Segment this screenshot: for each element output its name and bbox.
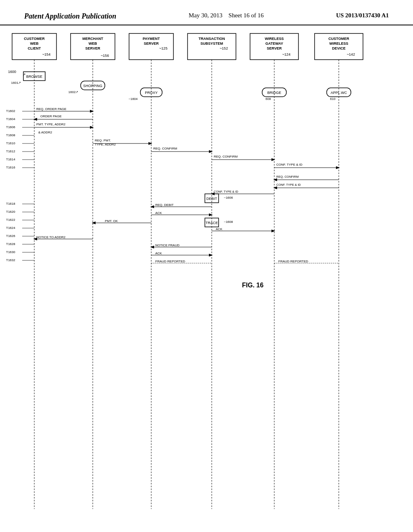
svg-text:T1602: T1602 [6,109,15,113]
patent-title: Patent Application Publication [24,12,116,21]
svg-text:GATEWAY: GATEWAY [265,42,283,46]
svg-text:REQ. DEBIT: REQ. DEBIT [155,203,173,207]
svg-text:T1604: T1604 [6,117,15,121]
svg-text:TYPE, ADDR2: TYPE, ADDR2 [95,143,116,146]
svg-text:NOTICE TO ADDR2: NOTICE TO ADDR2 [36,235,66,239]
svg-text:~1606: ~1606 [224,196,233,200]
svg-text:ORDER PAGE: ORDER PAGE [40,114,62,118]
svg-text:CONF. TYPE & ID: CONF. TYPE & ID [276,163,302,166]
svg-text:& ADDR2: & ADDR2 [38,131,52,134]
patent-meta: May 30, 2013 Sheet 16 of 16 [189,12,264,19]
svg-text:T1618: T1618 [6,202,15,206]
svg-text:1602↗: 1602↗ [69,90,79,94]
svg-text:SERVER: SERVER [144,42,159,46]
svg-text:T1630: T1630 [6,250,15,254]
svg-text:REQ. CONFIRM: REQ. CONFIRM [153,147,177,150]
svg-text:MERCHANT: MERCHANT [82,37,103,41]
svg-text:SHOPPING: SHOPPING [83,84,102,88]
svg-text:T1626: T1626 [6,234,15,238]
svg-text:DEVICE: DEVICE [332,46,346,50]
svg-text:WIRELESS: WIRELESS [265,37,284,41]
svg-text:1601↗: 1601↗ [11,81,21,85]
diagram-svg: CUSTOMER WEB CLIENT ~154 MERCHANT WEB SE… [0,25,413,525]
svg-text:BROWSE: BROWSE [26,75,42,79]
svg-text:DEBIT: DEBIT [206,197,217,201]
patent-number: US 2013/0137430 A1 [336,12,389,19]
svg-text:CONF. TYPE & ID: CONF. TYPE & ID [214,190,238,193]
svg-text:~142: ~142 [347,52,355,56]
svg-text:T1622: T1622 [6,218,15,222]
svg-text:↗: ↗ [23,73,26,77]
svg-text:CONF. TYPE & ID: CONF. TYPE & ID [276,183,301,187]
svg-text:WEB: WEB [89,42,97,46]
svg-text:T1624: T1624 [6,226,15,230]
patent-date: May 30, 2013 [189,12,223,19]
svg-text:FIG. 16: FIG. 16 [242,282,263,289]
svg-text:~124: ~124 [282,52,290,56]
svg-text:APPL.WC: APPL.WC [331,91,347,95]
svg-text:SERVER: SERVER [267,46,282,50]
svg-text:T1606: T1606 [6,125,15,129]
svg-text:REQ. ORDER PAGE: REQ. ORDER PAGE [36,107,67,111]
svg-text:FRAUD REPORTED: FRAUD REPORTED [278,260,308,263]
svg-text:BRIDGE: BRIDGE [267,91,282,95]
svg-text:CLIENT: CLIENT [28,46,41,50]
svg-text:NOTICE FRAUD: NOTICE FRAUD [155,243,179,247]
svg-text:T1614: T1614 [6,158,15,161]
svg-text:~152: ~152 [220,46,228,50]
svg-text:REQ. CONFIRM: REQ. CONFIRM [276,175,298,179]
page: Patent Application Publication May 30, 2… [0,0,413,532]
svg-text:SUBSYSTEM: SUBSYSTEM [200,42,223,46]
svg-text:ACK: ACK [216,227,223,231]
svg-text:~125: ~125 [159,46,167,50]
patent-sheet: Sheet 16 of 16 [229,12,264,19]
svg-text:TRACE: TRACE [206,221,218,225]
svg-text:PROXY: PROXY [145,91,158,95]
svg-text:610: 610 [330,97,336,101]
svg-text:CUSTOMER: CUSTOMER [24,37,45,41]
svg-text:T1616: T1616 [6,166,15,169]
svg-text:CUSTOMER: CUSTOMER [328,37,349,41]
svg-text:REQ. CONFIRM: REQ. CONFIRM [214,155,238,158]
svg-text:ACK: ACK [155,211,162,215]
svg-text:PMT. TYPE, ADDR2: PMT. TYPE, ADDR2 [36,123,66,126]
svg-text:T1610: T1610 [6,141,15,145]
diagram-area: CUSTOMER WEB CLIENT ~154 MERCHANT WEB SE… [0,25,413,525]
svg-text:~154: ~154 [42,52,50,56]
page-header: Patent Application Publication May 30, 2… [0,0,413,25]
svg-text:FRAUD REPORTED: FRAUD REPORTED [155,260,185,263]
svg-text:WEB: WEB [30,42,39,46]
svg-text:1600: 1600 [8,70,16,74]
svg-text:608: 608 [265,97,271,101]
svg-text:T1612: T1612 [6,150,15,153]
svg-text:~156: ~156 [101,54,109,58]
svg-text:WIRELESS: WIRELESS [329,42,348,46]
svg-text:ACK: ACK [155,251,162,255]
svg-text:PAYMENT: PAYMENT [143,37,160,41]
svg-text:REQ. PMT.: REQ. PMT. [95,139,111,142]
svg-text:T1628: T1628 [6,242,15,246]
svg-text:SERVER: SERVER [86,46,100,50]
svg-text:~1608: ~1608 [224,220,233,224]
svg-text:~1604: ~1604 [129,97,138,101]
svg-text:PMT. OK: PMT. OK [105,219,118,223]
svg-text:T1608: T1608 [6,133,15,137]
svg-text:T1632: T1632 [6,258,15,262]
svg-text:TRANSACTION: TRANSACTION [198,37,225,41]
svg-text:T1620: T1620 [6,210,15,214]
